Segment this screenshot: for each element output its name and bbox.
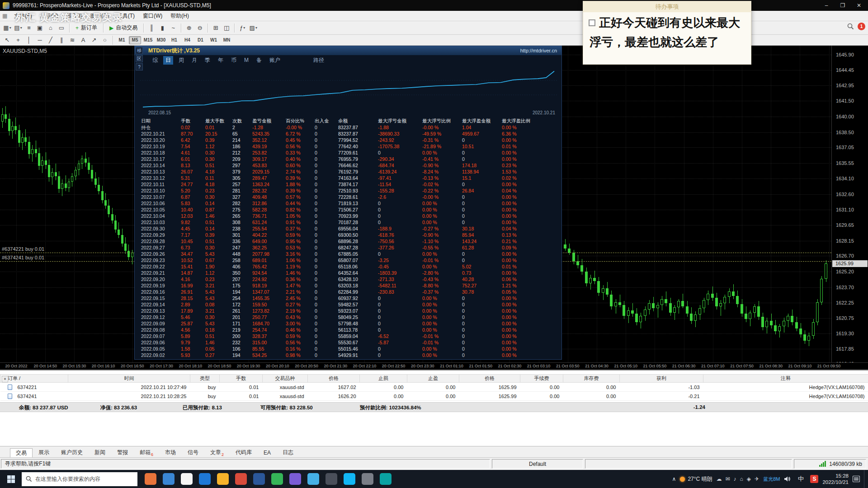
- terminal-tab-账户历史[interactable]: 账户历史: [55, 448, 89, 457]
- taskbar-app-icon-10[interactable]: [307, 473, 319, 485]
- tray-icon-5[interactable]: ◈: [747, 476, 751, 482]
- timeframe-button-D1[interactable]: D1: [194, 36, 207, 44]
- taskbar-search[interactable]: 在这里输入你要搜索的内容: [22, 472, 137, 486]
- horizontal-line-icon[interactable]: ─: [34, 35, 45, 45]
- templates-icon[interactable]: ▨▾: [248, 23, 259, 33]
- mtdriver-tab-季[interactable]: 季: [203, 56, 212, 65]
- mtdriver-tab-综[interactable]: 综: [150, 56, 160, 65]
- arrow-tool-icon[interactable]: ↗: [89, 35, 99, 45]
- weather-widget[interactable]: 27°C 晴朗: [680, 475, 712, 483]
- taskbar-app-icon-7[interactable]: [253, 473, 265, 485]
- taskbar-app-icon-9[interactable]: [289, 473, 301, 485]
- ime-indicator[interactable]: 中: [795, 475, 806, 483]
- trendline-icon[interactable]: ╱: [45, 35, 56, 45]
- mtdriver-side-button-2[interactable]: 区: [136, 55, 143, 62]
- volume-icon[interactable]: [784, 476, 791, 482]
- terminal-tab-新闻[interactable]: 新闻: [89, 448, 111, 457]
- order-row[interactable]: 63742412022.10.21 10:28:25buy0.01xauusd-…: [0, 392, 868, 401]
- orders-column-header[interactable]: 类型: [190, 375, 220, 383]
- candle-chart-icon[interactable]: ▮: [157, 23, 168, 33]
- zoom-in-icon[interactable]: ⊕: [184, 23, 194, 33]
- vertical-line-icon[interactable]: │: [24, 35, 34, 45]
- orders-column-header[interactable]: 交易品种: [263, 375, 308, 383]
- orders-column-header[interactable]: 价格: [308, 375, 360, 383]
- taskbar-app-icon-11[interactable]: [326, 473, 337, 485]
- bar-chart-icon[interactable]: ║: [146, 23, 157, 33]
- timeframe-button-W1[interactable]: W1: [208, 36, 220, 44]
- navigator-icon[interactable]: ⌂: [45, 23, 56, 33]
- terminal-tab-代码库[interactable]: 代码库: [230, 448, 258, 457]
- mtdriver-tab-M[interactable]: M: [242, 56, 251, 64]
- maximize-button[interactable]: ❐: [835, 0, 851, 10]
- terminal-tab-文章[interactable]: 文章2: [204, 448, 230, 457]
- fibonacci-icon[interactable]: ≋: [67, 35, 78, 45]
- orders-column-header[interactable]: 注释: [703, 375, 868, 383]
- terminal-tab-日志[interactable]: 日志: [277, 448, 299, 457]
- mtdriver-side-button-3[interactable]: ?: [136, 63, 143, 70]
- terminal-tab-信号[interactable]: 信号: [182, 448, 204, 457]
- orders-column-header[interactable]: 止盈: [407, 375, 459, 383]
- tray-icon-2[interactable]: ✉: [726, 476, 730, 482]
- mtdriver-tab-年[interactable]: 年: [216, 56, 226, 65]
- timeframe-button-M30[interactable]: M30: [155, 36, 167, 44]
- tray-icon-4[interactable]: ⌂: [740, 476, 743, 482]
- mtdriver-tab-备[interactable]: 备: [254, 56, 264, 65]
- mtdriver-tab-日[interactable]: 日: [163, 56, 173, 65]
- shapes-icon[interactable]: ○: [99, 35, 110, 45]
- time-axis[interactable]: 20 Oct 202220 Oct 14:5020 Oct 15:3020 Oc…: [0, 362, 868, 370]
- data-window-icon[interactable]: ▣: [34, 23, 45, 33]
- terminal-tab-警报[interactable]: 警报: [111, 448, 134, 457]
- timeframe-button-MN[interactable]: MN: [221, 36, 233, 44]
- terminal-tab-交易[interactable]: 交易: [10, 448, 33, 458]
- terminal-tab-EA[interactable]: EA: [258, 448, 277, 457]
- minimize-button[interactable]: –: [818, 0, 835, 10]
- orders-column-header[interactable]: 止损: [360, 375, 407, 383]
- action-center-icon[interactable]: [853, 476, 860, 482]
- tile-windows-icon[interactable]: ⊞: [210, 23, 221, 33]
- menu-item-6[interactable]: 窗口(W): [139, 12, 166, 20]
- terminal-tab-邮箱[interactable]: 邮箱6: [134, 448, 159, 457]
- notification-badge[interactable]: 1: [858, 23, 865, 30]
- timeframe-button-M15[interactable]: M15: [142, 36, 154, 44]
- price-axis[interactable]: 1645.901644.451642.951641.501640.001638.…: [831, 46, 868, 370]
- cursor-icon[interactable]: ↖: [2, 35, 13, 45]
- orders-column-header[interactable]: 库存费: [563, 375, 620, 383]
- order-row[interactable]: 63742212022.10.21 10:27:49buy0.01xauusd-…: [0, 383, 868, 392]
- channel-icon[interactable]: ∥: [56, 35, 67, 45]
- close-button[interactable]: ✕: [851, 0, 867, 10]
- taskbar-app-icon-3[interactable]: [181, 473, 193, 485]
- taskbar-app-icon-14[interactable]: [380, 473, 392, 485]
- profile-indicator[interactable]: Default: [492, 459, 583, 469]
- taskbar-app-icon-2[interactable]: [163, 473, 175, 485]
- sogou-tray-icon[interactable]: S: [810, 475, 818, 483]
- taskbar-app-icon-4[interactable]: [199, 473, 211, 485]
- mtdriver-url-link[interactable]: http://mtdriver.cn: [520, 48, 557, 53]
- orders-column-header[interactable]: 价格: [459, 375, 520, 383]
- taskbar-app-icon-12[interactable]: [344, 473, 355, 485]
- profiles-icon[interactable]: ▤▾: [13, 23, 24, 33]
- taskbar-app-icon-8[interactable]: [271, 473, 283, 485]
- orders-column-header[interactable]: 订单 /: [0, 375, 68, 383]
- new-chart-icon[interactable]: ▦▾: [2, 23, 13, 33]
- zoom-out-icon[interactable]: ⊖: [194, 23, 205, 33]
- new-order-button[interactable]: +新订单: [72, 23, 101, 33]
- mtdriver-tab-账户[interactable]: 账户: [267, 56, 283, 65]
- crosshair-icon[interactable]: +: [13, 35, 24, 45]
- tray-icon-6[interactable]: ✈: [755, 476, 759, 482]
- taskbar-app-icon-1[interactable]: [145, 473, 156, 485]
- terminal-icon[interactable]: ▭: [56, 23, 67, 33]
- mtdriver-tab-币[interactable]: 币: [229, 56, 239, 65]
- market-watch-icon[interactable]: ≡: [24, 23, 34, 33]
- mtdriver-tab-月[interactable]: 月: [189, 56, 199, 65]
- menu-item-7[interactable]: 帮助(H): [166, 12, 193, 20]
- todo-checkbox[interactable]: [589, 19, 595, 26]
- orders-column-header[interactable]: 手数: [220, 375, 263, 383]
- taskbar-app-icon-13[interactable]: [362, 473, 373, 485]
- timeframe-button-H4[interactable]: H4: [181, 36, 193, 44]
- tray-expand-icon[interactable]: ∧: [672, 476, 676, 482]
- tray-icon-1[interactable]: ☁: [717, 476, 722, 482]
- text-tool-icon[interactable]: A: [78, 35, 89, 45]
- taskbar-app-icon-6[interactable]: [235, 473, 247, 485]
- search-icon[interactable]: [847, 23, 854, 30]
- orders-column-header[interactable]: 时间: [68, 375, 190, 383]
